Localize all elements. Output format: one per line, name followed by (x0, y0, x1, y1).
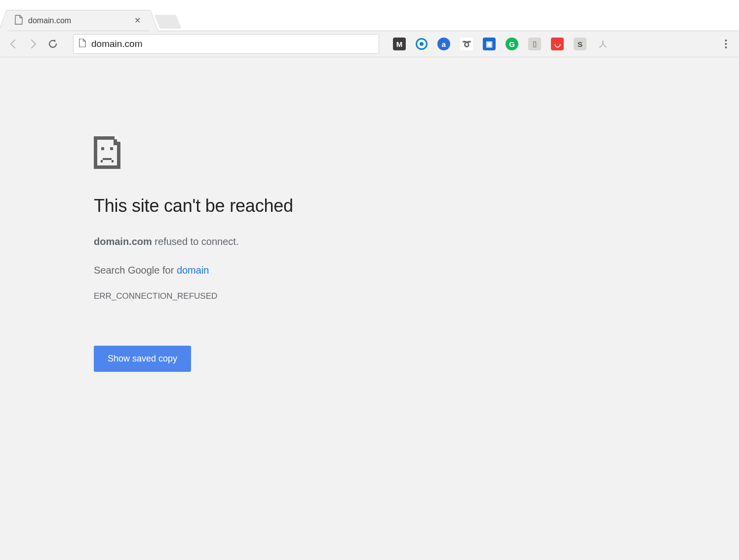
grammarly-ext-icon[interactable]: G (506, 38, 518, 50)
search-link[interactable]: domain (177, 265, 209, 276)
reload-button[interactable] (44, 36, 61, 52)
error-code: ERR_CONNECTION_REFUSED (94, 291, 439, 301)
error-search-suggestion: Search Google for domain (94, 263, 439, 278)
page-icon (14, 15, 24, 27)
browser-tab[interactable]: domain.com ✕ (6, 10, 151, 31)
svg-point-5 (725, 43, 727, 45)
search-prefix: Search Google for (94, 265, 177, 276)
error-host: domain.com (94, 236, 152, 247)
svg-rect-9 (117, 136, 123, 142)
sad-page-icon (94, 136, 123, 169)
error-description: domain.com refused to connect. (94, 234, 439, 249)
screenshot-ext-icon[interactable]: ▣ (483, 38, 496, 50)
search-ext-icon[interactable] (416, 38, 428, 50)
new-tab-button[interactable] (154, 15, 181, 29)
svg-rect-12 (110, 147, 113, 150)
address-bar[interactable] (73, 34, 379, 54)
svg-rect-16 (103, 160, 112, 162)
url-input[interactable] (91, 39, 374, 49)
back-button[interactable] (5, 36, 22, 52)
svg-rect-8 (114, 140, 117, 145)
bitly-ext-icon[interactable]: ➰ (460, 38, 473, 50)
extensions-row: Ma➰▣G▯◡S人 (393, 38, 609, 50)
svg-point-6 (725, 46, 727, 48)
svg-rect-10 (117, 142, 120, 145)
svg-rect-11 (101, 147, 104, 150)
doc-ext-icon[interactable]: ▯ (528, 38, 541, 50)
tab-title: domain.com (28, 16, 128, 25)
chrome-menu-button[interactable] (717, 36, 734, 52)
pocket-ext-icon[interactable]: ◡ (551, 38, 564, 50)
mega-ext-icon[interactable]: M (393, 38, 406, 50)
svg-point-4 (725, 40, 727, 41)
show-saved-copy-button[interactable]: Show saved copy (94, 346, 191, 372)
browser-toolbar: Ma➰▣G▯◡S人 (0, 31, 739, 57)
forward-button[interactable] (25, 36, 41, 52)
page-icon (78, 39, 86, 49)
amazon-ext-icon[interactable]: a (437, 38, 450, 50)
tab-close-button[interactable]: ✕ (132, 15, 143, 26)
error-title: This site can't be reached (94, 196, 439, 216)
s-ext-icon[interactable]: S (574, 38, 586, 50)
error-refused-text: refused to connect. (152, 236, 239, 247)
wishbone-ext-icon[interactable]: 人 (596, 38, 609, 50)
error-interstitial: This site can't be reached domain.com re… (94, 136, 439, 372)
page-content: This site can't be reached domain.com re… (0, 57, 739, 560)
tab-strip: domain.com ✕ (0, 0, 739, 31)
